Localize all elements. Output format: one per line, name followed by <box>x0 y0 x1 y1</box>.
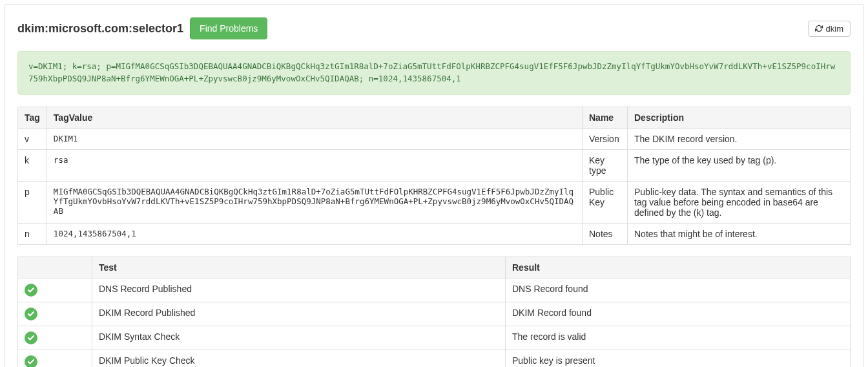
cell-status <box>18 302 92 326</box>
cell-value: DKIM1 <box>46 128 582 149</box>
cell-status <box>18 326 92 350</box>
header-left: dkim:microsoft.com:selector1 Find Proble… <box>17 17 267 39</box>
check-icon <box>25 284 37 297</box>
cell-description: The type of the key used by tag (p). <box>628 149 851 181</box>
cell-test: DKIM Public Key Check <box>92 350 506 367</box>
dkim-record-block: v=DKIM1; k=rsa; p=MIGfMA0GCSqGSIb3DQEBAQ… <box>17 51 851 95</box>
cell-name: Key type <box>583 149 628 181</box>
table-row: v DKIM1 Version The DKIM record version. <box>18 128 851 149</box>
check-icon <box>25 308 37 320</box>
page-title: dkim:microsoft.com:selector1 <box>17 22 183 36</box>
cell-value: MIGfMA0GCSqGSIb3DQEBAQUAA4GNADCBiQKBgQCk… <box>46 181 582 223</box>
cell-value: 1024,1435867504,1 <box>46 223 582 244</box>
th-test: Test <box>92 257 506 278</box>
th-tag: Tag <box>18 107 47 128</box>
cell-description: The DKIM record version. <box>628 128 851 149</box>
cell-result: Public key is present <box>506 350 851 367</box>
table-row: k rsa Key type The type of the key used … <box>18 149 851 181</box>
table-row: DKIM Public Key Check Public key is pres… <box>18 350 851 367</box>
cell-tag: p <box>18 181 47 223</box>
cell-tag: k <box>18 149 47 181</box>
cell-description: Notes that might be of interest. <box>628 223 851 244</box>
cell-value: rsa <box>46 149 582 181</box>
cell-result: DNS Record found <box>506 278 851 302</box>
th-result: Result <box>506 257 851 278</box>
find-problems-button[interactable]: Find Problems <box>190 17 267 39</box>
cell-status <box>18 350 92 367</box>
cell-result: The record is valid <box>506 326 851 350</box>
refresh-icon <box>815 25 823 32</box>
th-description: Description <box>628 107 851 128</box>
tests-table: Test Result DNS Record Published DNS Rec… <box>17 257 851 368</box>
table-row: p MIGfMA0GCSqGSIb3DQEBAQUAA4GNADCBiQKBgQ… <box>18 181 851 223</box>
dkim-button-label: dkim <box>826 24 843 34</box>
cell-name: Public Key <box>583 181 628 223</box>
dkim-refresh-button[interactable]: dkim <box>808 21 851 37</box>
tags-table: Tag TagValue Name Description v DKIM1 Ve… <box>17 107 851 245</box>
cell-tag: n <box>18 223 47 244</box>
cell-description: Public-key data. The syntax and semantic… <box>628 181 851 223</box>
check-icon <box>25 331 37 344</box>
cell-name: Version <box>583 128 628 149</box>
table-row: DKIM Syntax Check The record is valid <box>18 326 851 350</box>
dkim-panel: dkim:microsoft.com:selector1 Find Proble… <box>4 4 864 367</box>
header-row: dkim:microsoft.com:selector1 Find Proble… <box>17 17 851 39</box>
table-header-row: Test Result <box>18 257 851 278</box>
table-row: n 1024,1435867504,1 Notes Notes that mig… <box>18 223 851 244</box>
table-header-row: Tag TagValue Name Description <box>18 107 851 128</box>
cell-status <box>18 278 92 302</box>
th-tagvalue: TagValue <box>46 107 582 128</box>
cell-test: DNS Record Published <box>92 278 506 302</box>
cell-tag: v <box>18 128 47 149</box>
cell-test: DKIM Record Published <box>92 302 506 326</box>
cell-name: Notes <box>583 223 628 244</box>
cell-result: DKIM Record found <box>506 302 851 326</box>
cell-test: DKIM Syntax Check <box>92 326 506 350</box>
th-status <box>18 257 92 278</box>
check-icon <box>25 355 37 368</box>
table-row: DKIM Record Published DKIM Record found <box>18 302 851 326</box>
th-name: Name <box>583 107 628 128</box>
table-row: DNS Record Published DNS Record found <box>18 278 851 302</box>
